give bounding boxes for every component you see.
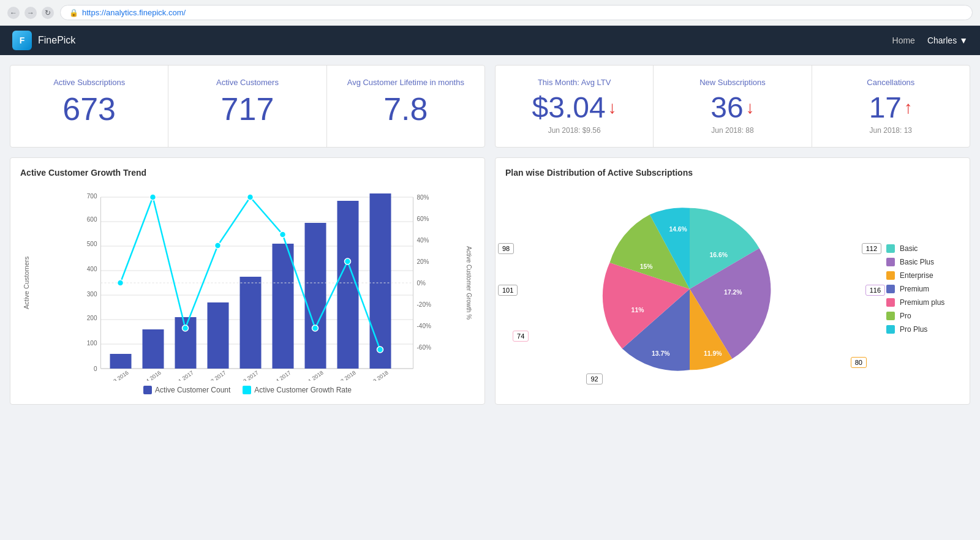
svg-text:400: 400 — [87, 266, 97, 272]
stat-value-lifetime: 7.8 — [342, 93, 470, 125]
svg-text:700: 700 — [87, 193, 97, 200]
stat-active-customers: Active Customers 717 — [168, 66, 326, 147]
label-premium: 92 — [586, 373, 602, 384]
chevron-down-icon: ▼ — [959, 36, 968, 45]
stat-label-subscriptions: Active Subscriptions — [25, 78, 153, 87]
svg-text:13.7%: 13.7% — [652, 350, 669, 357]
pie-legend-pro-plus: Pro Plus — [886, 325, 960, 334]
bar-3 — [208, 302, 229, 369]
arrow-up-icon: ↑ — [904, 99, 913, 116]
bar-chart-title: Active Customer Growth Trend — [20, 168, 475, 178]
svg-text:0%: 0% — [417, 280, 426, 287]
pie-legend-label-premium: Premium — [900, 285, 929, 293]
stat-label-ltv: This Month: Avg LTV — [510, 78, 638, 87]
svg-text:500: 500 — [87, 241, 97, 247]
stat-sub-cancellations: Jun 2018: 13 — [827, 126, 955, 135]
refresh-button[interactable]: ↻ — [42, 7, 54, 19]
stat-cancellations: Cancellations 17 ↑ Jun 2018: 13 — [812, 66, 970, 147]
bar-4 — [240, 277, 262, 369]
legend-line-color — [243, 386, 251, 394]
stat-value-customers: 717 — [183, 93, 311, 125]
stat-sub-new-subs: Jun 2018: 88 — [668, 126, 796, 135]
svg-text:Q1 2018: Q1 2018 — [304, 370, 325, 381]
stat-value-subscriptions: 673 — [25, 93, 153, 125]
logo-letter: F — [20, 36, 25, 45]
legend-line-label: Active Customer Growth Rate — [254, 386, 352, 394]
svg-text:600: 600 — [87, 216, 97, 223]
stat-sub-ltv: Jun 2018: $9.56 — [510, 126, 638, 135]
svg-text:Q4 2017: Q4 2017 — [271, 370, 292, 381]
pie-legend: Basic Basic Plus Enterprise Premium — [874, 244, 960, 334]
stat-active-subscriptions: Active Subscriptions 673 — [10, 66, 168, 147]
stats-group-right: This Month: Avg LTV $3.04 ↓ Jun 2018: $9… — [495, 65, 970, 148]
svg-text:0: 0 — [94, 366, 97, 372]
svg-text:40%: 40% — [417, 237, 429, 244]
pie-chart-panel: Plan wise Distribution of Active Subscri… — [495, 157, 970, 405]
pie-legend-enterprise: Enterprise — [886, 271, 960, 280]
address-bar[interactable]: 🔒 https://analytics.finepick.com/ — [60, 5, 973, 20]
svg-text:100: 100 — [87, 340, 97, 347]
svg-text:Q4 2016: Q4 2016 — [141, 370, 162, 381]
back-button[interactable]: ← — [7, 7, 20, 19]
dot-5 — [280, 231, 286, 238]
svg-text:Q3 2018: Q3 2018 — [369, 370, 390, 381]
svg-text:-20%: -20% — [417, 301, 431, 308]
lock-icon: 🔒 — [69, 9, 78, 17]
y2-axis-label: Active Customer Growth % — [463, 185, 475, 381]
legend-bar: Active Customer Count — [143, 386, 230, 394]
svg-text:Q3 2017: Q3 2017 — [239, 370, 260, 381]
svg-text:20%: 20% — [417, 258, 429, 265]
browser-chrome: ← → ↻ 🔒 https://analytics.finepick.com/ — [0, 0, 980, 26]
user-name: Charles — [927, 36, 957, 45]
main-content: Active Subscriptions 673 Active Customer… — [0, 55, 980, 414]
pie-legend-label-pro: Pro — [900, 312, 911, 320]
label-pro-plus: 98 — [498, 243, 514, 254]
legend-line: Active Customer Growth Rate — [243, 386, 352, 394]
dot-1 — [150, 194, 156, 200]
svg-text:Q1 2017: Q1 2017 — [174, 370, 195, 381]
bar-8 — [370, 193, 391, 369]
bar-chart-panel: Active Customer Growth Trend Active Cust… — [10, 157, 485, 405]
svg-text:11%: 11% — [631, 307, 644, 313]
forward-button[interactable]: → — [24, 7, 37, 19]
pie-legend-label-basic: Basic — [900, 244, 918, 253]
dot-8 — [377, 347, 383, 353]
stat-avg-lifetime: Avg Customer Lifetime in months 7.8 — [327, 66, 484, 147]
dot-7 — [345, 258, 351, 264]
y-axis-label: Active Customers — [20, 185, 32, 381]
label-basic: 112 — [862, 243, 881, 254]
svg-text:-60%: -60% — [417, 344, 431, 351]
svg-text:11.9%: 11.9% — [704, 350, 722, 357]
pie-legend-pro: Pro — [886, 312, 960, 320]
pie-legend-premium-plus: Premium plus — [886, 298, 960, 307]
label-pro: 101 — [498, 285, 518, 296]
pie-legend-label-premium-plus: Premium plus — [900, 298, 944, 307]
stats-group-left: Active Subscriptions 673 Active Customer… — [10, 65, 485, 148]
user-menu[interactable]: Charles ▼ — [927, 36, 968, 45]
dot-6 — [312, 325, 318, 331]
label-premium-plus: 74 — [513, 331, 529, 342]
bar-0 — [110, 354, 132, 369]
label-basic-plus: 116 — [865, 285, 885, 296]
svg-text:Q2 2017: Q2 2017 — [206, 370, 227, 381]
arrow-down-icon-2: ↓ — [746, 99, 755, 116]
pie-legend-color-basic — [886, 244, 895, 253]
pie-legend-color-basic-plus — [886, 258, 895, 266]
dot-0 — [118, 280, 124, 286]
dot-2 — [183, 325, 189, 331]
svg-text:15%: 15% — [640, 263, 653, 270]
brand-name: FinePick — [38, 35, 75, 46]
bar-chart-svg: 0 100 200 300 400 500 600 700 — [32, 185, 463, 381]
pie-legend-color-premium — [886, 285, 895, 293]
pie-legend-premium: Premium — [886, 285, 960, 293]
pie-chart-svg: 17.2% 16.6% 11.9% 13.7% 11% 15% 14.6% — [586, 185, 794, 393]
home-link[interactable]: Home — [892, 36, 915, 45]
pie-legend-color-premium-plus — [886, 298, 895, 307]
nav-right: Home Charles ▼ — [892, 36, 968, 45]
pie-legend-label-basic-plus: Basic Plus — [900, 258, 934, 266]
legend-bar-color — [143, 386, 152, 394]
svg-text:16.6%: 16.6% — [710, 252, 728, 258]
svg-text:-40%: -40% — [417, 323, 431, 329]
pie-legend-color-enterprise — [886, 271, 895, 280]
bar-5 — [273, 244, 294, 369]
